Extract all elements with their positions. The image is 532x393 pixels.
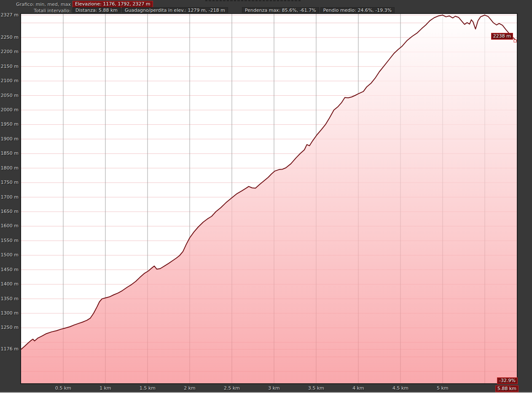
y-tick-label: 2250 m [0, 35, 19, 40]
header-row-graph: Grafico: min, med, max Elevazione: 1176,… [0, 1, 153, 8]
x-tick-label: 4.5 km [392, 385, 408, 391]
y-tick-label: 1450 m [0, 267, 19, 272]
y-tick-label: 1650 m [0, 209, 19, 214]
y-tick-label: 1600 m [0, 223, 19, 229]
end-slope-badge: -32.9% [497, 377, 518, 384]
x-tick-label: 3 km [268, 385, 280, 391]
y-tick-label: 1350 m [0, 296, 19, 301]
y-tick-label: 1750 m [0, 180, 19, 185]
x-tick-label: 1.5 km [140, 385, 156, 391]
y-tick-label: 2150 m [0, 64, 19, 69]
y-tick-label: 1700 m [0, 194, 19, 200]
y-tick-label: 2100 m [0, 78, 19, 83]
x-tick-label: 3.5 km [308, 385, 324, 391]
y-tick-label: 1400 m [0, 281, 19, 287]
x-tick-label: 4 km [352, 385, 364, 391]
y-tick-label: 1250 m [0, 325, 19, 330]
y-tick-label: 1300 m [0, 310, 19, 316]
y-tick-label: 1550 m [0, 238, 19, 243]
y-tick-label: 2000 m [0, 107, 19, 113]
elevation-profile-app: Grafico: min, med, max Elevazione: 1176,… [0, 0, 532, 393]
x-tick-label: 2 km [184, 385, 196, 391]
y-tick-label: 1800 m [0, 165, 19, 171]
x-tick-label: 2.5 km [224, 385, 240, 391]
end-elevation-badge: 2238 m [491, 33, 513, 40]
y-tick-label: 1900 m [0, 136, 19, 142]
elevation-chart-plot [20, 13, 518, 384]
y-tick-label: 2050 m [0, 93, 19, 98]
x-tick-label: 1 km [99, 385, 111, 391]
y-tick-label: 1500 m [0, 252, 19, 258]
y-tick-label: 1850 m [0, 151, 19, 156]
y-tick-label: 2200 m [0, 49, 19, 54]
elevation-area-chart [21, 14, 517, 383]
x-tick-label: 0.5 km [55, 385, 71, 391]
y-tick-label: 1950 m [0, 121, 19, 127]
elevation-summary-badge: Elevazione: 1176, 1792, 2327 m [73, 1, 153, 8]
y-tick-label: 1176 m [0, 346, 19, 352]
x-tick-label-end-highlight: 5.88 km [495, 385, 519, 392]
x-tick-label: 5 km [437, 385, 449, 391]
y-tick-label: 2327 m [0, 12, 19, 18]
graph-minmedmax-label: Grafico: min, med, max [0, 2, 71, 7]
clipped-title-remnant [205, 0, 301, 1]
